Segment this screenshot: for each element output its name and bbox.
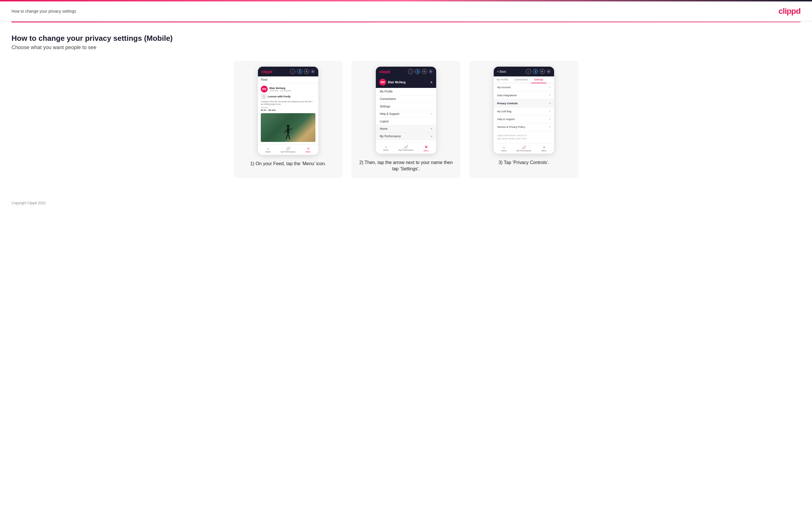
menu-item-logout[interactable]: Logout — [376, 118, 436, 125]
nav-performance-3[interactable]: 📈 My Performance — [514, 145, 534, 153]
home-icon-3: ⌂ — [503, 145, 505, 149]
profile-icon[interactable]: 👤 — [297, 69, 302, 74]
back-arrow-icon: < — [497, 70, 499, 73]
menu-icon: ≡ — [307, 147, 309, 151]
settings-icon-2[interactable]: ⊕ — [422, 69, 427, 74]
nav-home-3[interactable]: ⌂ Home — [494, 145, 514, 153]
step-3-phone: < Back ⌕ 👤 ⊕ ▾ My Profile Connections Se… — [494, 67, 554, 154]
search-icon-3[interactable]: ⌕ — [526, 69, 531, 74]
step-2-phone: clippd ⌕ 👤 ⊕ ▾ BM Blair McHarg ∧ — [376, 67, 436, 154]
lesson-icon: 📋 — [261, 94, 266, 99]
nav-menu-3[interactable]: ≡ Menu — [534, 145, 554, 153]
chevron-right-bag-icon: > — [549, 110, 551, 113]
settings-service-privacy[interactable]: Service & Privacy Policy ↗ — [494, 123, 554, 131]
step-3-caption: 3) Tap ‘Privacy Controls’. — [499, 159, 550, 166]
step-2-caption: 2) Then, tap the arrow next to your name… — [357, 159, 455, 172]
nav-home-1[interactable]: ⌂ Home — [258, 146, 278, 154]
menu-item-help[interactable]: Help & Support — [376, 110, 436, 118]
bottom-nav-1: ⌂ Home 📈 My Performance ≡ Menu — [258, 144, 318, 155]
help-support-settings-label: Help & Support — [497, 118, 515, 121]
settings-icon[interactable]: ⊕ — [304, 69, 309, 74]
performance-section-label: My Performance — [380, 135, 401, 138]
tab-my-profile[interactable]: My Profile — [494, 76, 511, 83]
search-icon[interactable]: ⌕ — [290, 69, 295, 74]
page-heading: How to change your privacy settings (Mob… — [11, 34, 801, 43]
chevron-right-account-icon: > — [549, 86, 551, 89]
app-logo-2: clippd — [379, 69, 390, 74]
app-header-icons-2: ⌕ 👤 ⊕ ▾ — [408, 69, 433, 74]
nav-home-label-2: Home — [383, 149, 389, 151]
duration-label: Duration — [261, 107, 315, 109]
my-account-label: My Account — [497, 86, 511, 89]
settings-my-golf-bag[interactable]: My Golf Bag > — [494, 107, 554, 115]
nav-menu-2[interactable]: ✕ Menu — [416, 144, 436, 153]
nav-menu-1[interactable]: ≡ Menu — [298, 146, 318, 154]
nav-performance-label: My Performance — [281, 151, 295, 153]
menu-item-connections[interactable]: Connections — [376, 95, 436, 103]
post-sub: Yesterday · Sunningdale — [269, 90, 291, 92]
version-sql: SQL Server Version: 2022.7.30-1 — [497, 137, 551, 140]
settings-data-integrations[interactable]: Data Integrations > — [494, 91, 554, 99]
external-link-privacy-icon: ↗ — [549, 126, 551, 128]
nav-performance-1[interactable]: 📈 My Performance — [278, 146, 298, 154]
menu-item-settings[interactable]: Settings — [376, 103, 436, 110]
step-3-card: < Back ⌕ 👤 ⊕ ▾ My Profile Connections Se… — [469, 61, 578, 178]
menu-dot-2[interactable]: ▾ — [429, 69, 433, 73]
post-user: BM Blair McHarg Yesterday · Sunningdale — [261, 86, 315, 93]
settings-label: Settings — [380, 105, 390, 108]
nav-performance-label-3: My Performance — [516, 150, 531, 152]
menu-section-performance[interactable]: My Performance ▾ — [376, 133, 436, 140]
logout-label: Logout — [380, 120, 389, 123]
chevron-right-data-icon: > — [549, 94, 551, 97]
settings-icon-3[interactable]: ⊕ — [540, 69, 545, 74]
settings-list: My Account > Data Integrations > Privacy… — [494, 83, 554, 131]
menu-dot[interactable]: ▾ — [311, 69, 315, 73]
feed-bar: Feed — [258, 76, 318, 83]
svg-line-5 — [289, 129, 292, 130]
menu-section-home[interactable]: Home ▾ — [376, 125, 436, 133]
tab-connections[interactable]: Connections — [511, 76, 531, 83]
nav-menu-label-2: Menu — [423, 150, 429, 152]
settings-help-support[interactable]: Help & Support ↗ — [494, 115, 554, 123]
help-support-label: Help & Support — [380, 112, 399, 115]
version-client: Clippd Client Version: 2022.8.3-3 — [497, 134, 551, 137]
nav-menu-label-3: Menu — [542, 150, 547, 152]
steps-container: clippd ⌕ 👤 ⊕ ▾ Feed BM Blair McHarg — [11, 61, 801, 178]
post-author: Blair McHarg — [269, 87, 291, 90]
home-icon-2: ⌂ — [385, 145, 387, 149]
page-subheading: Choose what you want people to see — [11, 45, 801, 51]
privacy-controls-label: Privacy Controls — [497, 102, 518, 105]
settings-privacy-controls[interactable]: Privacy Controls > — [494, 99, 554, 107]
menu-item-my-profile[interactable]: My Profile — [376, 88, 436, 95]
app-header-2: clippd ⌕ 👤 ⊕ ▾ — [376, 67, 436, 76]
search-icon-2[interactable]: ⌕ — [408, 69, 413, 74]
avatar: BM — [261, 86, 268, 93]
settings-my-account[interactable]: My Account > — [494, 83, 554, 91]
svg-point-0 — [287, 125, 290, 127]
profile-icon-2[interactable]: 👤 — [415, 69, 420, 74]
nav-performance-2[interactable]: 📈 My Performance — [396, 144, 416, 153]
data-integrations-label: Data Integrations — [497, 94, 517, 97]
avatar-2: BM — [379, 79, 386, 86]
feed-post: BM Blair McHarg Yesterday · Sunningdale … — [258, 83, 318, 144]
main-content: How to change your privacy settings (Mob… — [0, 22, 812, 195]
app-header-1: clippd ⌕ 👤 ⊕ ▾ — [258, 67, 318, 76]
duration-value: 01 hr : 30 min — [261, 109, 315, 111]
header-title: How to change your privacy settings — [11, 9, 76, 13]
back-button[interactable]: < Back — [497, 70, 506, 73]
copyright: Copyright Clippd 2022 — [11, 201, 46, 205]
chevron-up-icon[interactable]: ∧ — [430, 80, 433, 84]
menu-dot-3[interactable]: ▾ — [547, 69, 551, 73]
settings-footer: Clippd Client Version: 2022.8.3-3 SQL Se… — [494, 131, 554, 143]
tab-settings[interactable]: Settings — [531, 76, 546, 83]
profile-icon-3[interactable]: 👤 — [533, 69, 538, 74]
menu-items-list: My Profile Connections Settings Help & S… — [376, 88, 436, 140]
connections-label: Connections — [380, 97, 396, 101]
my-profile-label: My Profile — [380, 90, 393, 93]
service-privacy-label: Service & Privacy Policy — [497, 125, 525, 128]
step-2-card: clippd ⌕ 👤 ⊕ ▾ BM Blair McHarg ∧ — [351, 61, 461, 178]
svg-line-2 — [286, 133, 288, 139]
nav-home-2[interactable]: ⌂ Home — [376, 144, 396, 153]
performance-icon-2: 📈 — [404, 145, 408, 149]
nav-home-label-3: Home — [501, 150, 507, 152]
